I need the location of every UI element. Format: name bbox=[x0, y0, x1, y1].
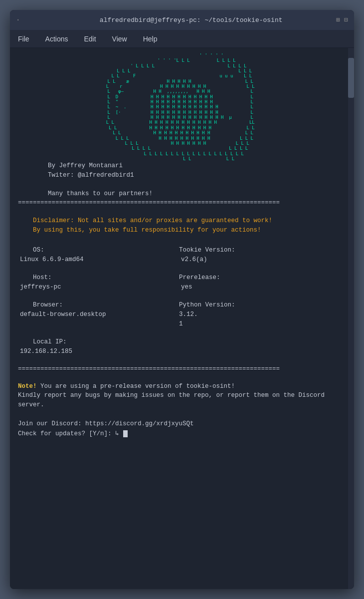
menu-actions[interactable]: Actions bbox=[41, 33, 72, 45]
host-value: jeffreys-pc bbox=[18, 283, 179, 292]
python-section: Python Version: 3.12.1 bbox=[179, 300, 340, 328]
browser-section: Browser: default-browser.desktop bbox=[18, 300, 179, 328]
note-label: Note! bbox=[18, 383, 37, 390]
localip-value: 192.168.12.185 bbox=[18, 347, 340, 356]
menu-help[interactable]: Help bbox=[139, 33, 162, 45]
separator-1: ========================================… bbox=[18, 199, 340, 208]
separator-2: ========================================… bbox=[18, 365, 340, 374]
localip-label: Local IP: bbox=[18, 337, 340, 347]
browser-label: Browser: bbox=[18, 300, 179, 310]
ascii-art: ' ' ' ' ' ' ' ' 'L L L L L L L ' L L L L… bbox=[18, 53, 340, 161]
thanks-text: Many thanks to our partners! bbox=[18, 180, 340, 199]
prerelease-section: Prerelease: yes bbox=[179, 273, 340, 292]
byline-section: By Jeffrey Montanari Twiter: @alfredredb… bbox=[18, 161, 340, 199]
menubar: File Actions Edit View Help bbox=[10, 30, 354, 48]
host-grid: Host: jeffreys-pc Prerelease: yes bbox=[18, 273, 340, 292]
tookie-value: v2.6(a) bbox=[179, 255, 340, 265]
os-value: Linux 6.6.9-amd64 bbox=[18, 255, 179, 265]
localip-section: Local IP: 192.168.12.185 bbox=[18, 337, 340, 356]
note-text: You are using a pre-release version of t… bbox=[37, 383, 235, 390]
prompt-line: Check for updates? [Y/n]: ↳ bbox=[18, 429, 340, 439]
byline-text: By Jeffrey Montanari bbox=[18, 161, 340, 171]
terminal-body[interactable]: ' ' ' ' ' ' ' ' 'L L L L L L L ' L L L L… bbox=[10, 48, 348, 589]
menu-edit[interactable]: Edit bbox=[80, 33, 100, 45]
restore-icon[interactable]: ⊞ bbox=[336, 16, 340, 24]
window-title: alfredredbird@jeffreys-pc: ~/tools/tooki… bbox=[46, 16, 336, 24]
note-section: Note! You are using a pre-release versio… bbox=[18, 382, 340, 410]
window-controls: ⊞ ⊟ bbox=[336, 16, 348, 24]
twitter-text: Twiter: @alfredredbird1 bbox=[18, 171, 340, 180]
menu-view[interactable]: View bbox=[108, 33, 131, 45]
check-text: Check for updates? [Y/n]: ↳ bbox=[18, 430, 123, 437]
disclaimer-1: Disclaimer: Not all sites and/or proxies… bbox=[18, 216, 340, 226]
python-value: 3.12.1 bbox=[179, 310, 340, 329]
window-dot: · bbox=[16, 16, 20, 23]
python-label: Python Version: bbox=[179, 300, 340, 310]
discord-line: Join our Discord: https://discord.gg/xrd… bbox=[18, 410, 340, 429]
tookie-label: Tookie Version: bbox=[179, 246, 340, 255]
tookie-section: Tookie Version: v2.6(a) bbox=[179, 246, 340, 265]
disclaimer-2: By using this, you take full responsibil… bbox=[18, 226, 340, 235]
os-label: OS: bbox=[18, 246, 179, 255]
host-section: Host: jeffreys-pc bbox=[18, 273, 179, 292]
prerelease-value: yes bbox=[179, 283, 340, 292]
scrollbar[interactable] bbox=[348, 48, 354, 589]
info-grid: OS: Linux 6.6.9-amd64 Tookie Version: v2… bbox=[18, 246, 340, 265]
browser-grid: Browser: default-browser.desktop Python … bbox=[18, 300, 340, 328]
cursor-block bbox=[123, 430, 128, 437]
menu-file[interactable]: File bbox=[14, 33, 33, 45]
host-label: Host: bbox=[18, 273, 179, 283]
prerelease-label: Prerelease: bbox=[179, 273, 340, 283]
browser-value: default-browser.desktop bbox=[18, 310, 179, 319]
titlebar: · alfredredbird@jeffreys-pc: ~/tools/too… bbox=[10, 10, 354, 30]
terminal-window: · alfredredbird@jeffreys-pc: ~/tools/too… bbox=[10, 10, 354, 589]
maximize-icon[interactable]: ⊟ bbox=[344, 16, 348, 24]
note-body: Kindly report any bugs by making issues … bbox=[18, 391, 340, 410]
os-section: OS: Linux 6.6.9-amd64 bbox=[18, 246, 179, 265]
terminal-wrapper: ' ' ' ' ' ' ' ' 'L L L L L L L ' L L L L… bbox=[10, 48, 354, 589]
